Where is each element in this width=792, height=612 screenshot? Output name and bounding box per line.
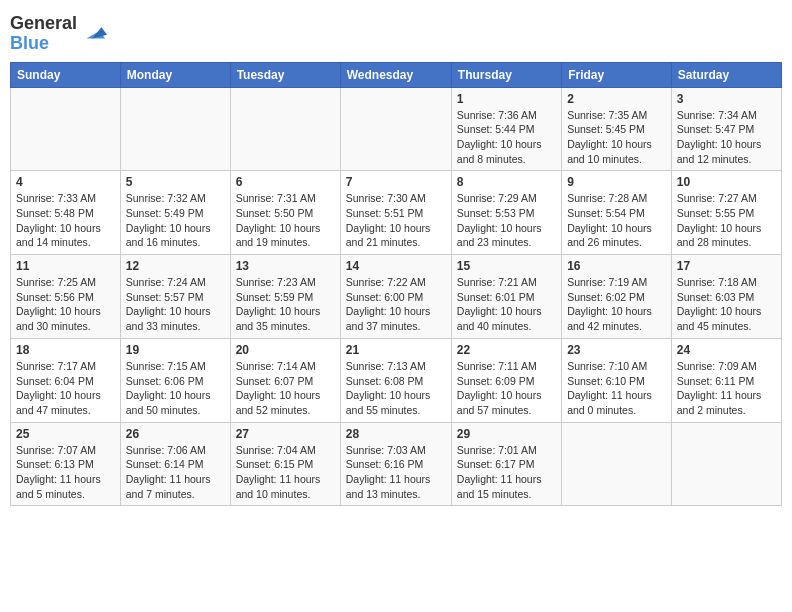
- calendar-cell: 1Sunrise: 7:36 AM Sunset: 5:44 PM Daylig…: [451, 87, 561, 171]
- calendar-cell: 3Sunrise: 7:34 AM Sunset: 5:47 PM Daylig…: [671, 87, 781, 171]
- weekday-header-row: SundayMondayTuesdayWednesdayThursdayFrid…: [11, 62, 782, 87]
- calendar-cell: 18Sunrise: 7:17 AM Sunset: 6:04 PM Dayli…: [11, 338, 121, 422]
- day-detail: Sunrise: 7:15 AM Sunset: 6:06 PM Dayligh…: [126, 359, 225, 418]
- calendar-cell: 5Sunrise: 7:32 AM Sunset: 5:49 PM Daylig…: [120, 171, 230, 255]
- weekday-header-tuesday: Tuesday: [230, 62, 340, 87]
- day-detail: Sunrise: 7:28 AM Sunset: 5:54 PM Dayligh…: [567, 191, 666, 250]
- day-detail: Sunrise: 7:04 AM Sunset: 6:15 PM Dayligh…: [236, 443, 335, 502]
- day-number: 20: [236, 343, 335, 357]
- calendar-cell: 6Sunrise: 7:31 AM Sunset: 5:50 PM Daylig…: [230, 171, 340, 255]
- day-detail: Sunrise: 7:36 AM Sunset: 5:44 PM Dayligh…: [457, 108, 556, 167]
- day-number: 18: [16, 343, 115, 357]
- day-detail: Sunrise: 7:11 AM Sunset: 6:09 PM Dayligh…: [457, 359, 556, 418]
- day-detail: Sunrise: 7:13 AM Sunset: 6:08 PM Dayligh…: [346, 359, 446, 418]
- day-number: 8: [457, 175, 556, 189]
- day-number: 5: [126, 175, 225, 189]
- calendar-table: SundayMondayTuesdayWednesdayThursdayFrid…: [10, 62, 782, 507]
- calendar-week-row: 18Sunrise: 7:17 AM Sunset: 6:04 PM Dayli…: [11, 338, 782, 422]
- day-number: 14: [346, 259, 446, 273]
- calendar-cell: 12Sunrise: 7:24 AM Sunset: 5:57 PM Dayli…: [120, 255, 230, 339]
- day-number: 29: [457, 427, 556, 441]
- calendar-cell: 4Sunrise: 7:33 AM Sunset: 5:48 PM Daylig…: [11, 171, 121, 255]
- day-number: 13: [236, 259, 335, 273]
- logo: GeneralBlue: [10, 14, 107, 54]
- weekday-header-monday: Monday: [120, 62, 230, 87]
- day-detail: Sunrise: 7:22 AM Sunset: 6:00 PM Dayligh…: [346, 275, 446, 334]
- day-number: 23: [567, 343, 666, 357]
- day-detail: Sunrise: 7:30 AM Sunset: 5:51 PM Dayligh…: [346, 191, 446, 250]
- calendar-week-row: 1Sunrise: 7:36 AM Sunset: 5:44 PM Daylig…: [11, 87, 782, 171]
- day-number: 26: [126, 427, 225, 441]
- day-number: 2: [567, 92, 666, 106]
- day-detail: Sunrise: 7:27 AM Sunset: 5:55 PM Dayligh…: [677, 191, 776, 250]
- day-detail: Sunrise: 7:18 AM Sunset: 6:03 PM Dayligh…: [677, 275, 776, 334]
- calendar-cell: 28Sunrise: 7:03 AM Sunset: 6:16 PM Dayli…: [340, 422, 451, 506]
- day-detail: Sunrise: 7:06 AM Sunset: 6:14 PM Dayligh…: [126, 443, 225, 502]
- day-number: 24: [677, 343, 776, 357]
- calendar-week-row: 25Sunrise: 7:07 AM Sunset: 6:13 PM Dayli…: [11, 422, 782, 506]
- logo-text: GeneralBlue: [10, 14, 77, 54]
- day-detail: Sunrise: 7:07 AM Sunset: 6:13 PM Dayligh…: [16, 443, 115, 502]
- calendar-cell: 2Sunrise: 7:35 AM Sunset: 5:45 PM Daylig…: [562, 87, 672, 171]
- day-detail: Sunrise: 7:32 AM Sunset: 5:49 PM Dayligh…: [126, 191, 225, 250]
- weekday-header-wednesday: Wednesday: [340, 62, 451, 87]
- calendar-cell: 11Sunrise: 7:25 AM Sunset: 5:56 PM Dayli…: [11, 255, 121, 339]
- day-number: 27: [236, 427, 335, 441]
- day-detail: Sunrise: 7:23 AM Sunset: 5:59 PM Dayligh…: [236, 275, 335, 334]
- calendar-cell: [340, 87, 451, 171]
- day-number: 4: [16, 175, 115, 189]
- calendar-cell: [671, 422, 781, 506]
- calendar-cell: 16Sunrise: 7:19 AM Sunset: 6:02 PM Dayli…: [562, 255, 672, 339]
- day-detail: Sunrise: 7:03 AM Sunset: 6:16 PM Dayligh…: [346, 443, 446, 502]
- calendar-cell: 25Sunrise: 7:07 AM Sunset: 6:13 PM Dayli…: [11, 422, 121, 506]
- day-detail: Sunrise: 7:31 AM Sunset: 5:50 PM Dayligh…: [236, 191, 335, 250]
- day-number: 10: [677, 175, 776, 189]
- calendar-cell: 9Sunrise: 7:28 AM Sunset: 5:54 PM Daylig…: [562, 171, 672, 255]
- day-number: 3: [677, 92, 776, 106]
- day-detail: Sunrise: 7:29 AM Sunset: 5:53 PM Dayligh…: [457, 191, 556, 250]
- calendar-cell: 21Sunrise: 7:13 AM Sunset: 6:08 PM Dayli…: [340, 338, 451, 422]
- calendar-cell: 19Sunrise: 7:15 AM Sunset: 6:06 PM Dayli…: [120, 338, 230, 422]
- day-detail: Sunrise: 7:17 AM Sunset: 6:04 PM Dayligh…: [16, 359, 115, 418]
- calendar-cell: 24Sunrise: 7:09 AM Sunset: 6:11 PM Dayli…: [671, 338, 781, 422]
- day-detail: Sunrise: 7:14 AM Sunset: 6:07 PM Dayligh…: [236, 359, 335, 418]
- day-number: 12: [126, 259, 225, 273]
- calendar-cell: 17Sunrise: 7:18 AM Sunset: 6:03 PM Dayli…: [671, 255, 781, 339]
- day-detail: Sunrise: 7:35 AM Sunset: 5:45 PM Dayligh…: [567, 108, 666, 167]
- calendar-cell: 22Sunrise: 7:11 AM Sunset: 6:09 PM Dayli…: [451, 338, 561, 422]
- day-detail: Sunrise: 7:21 AM Sunset: 6:01 PM Dayligh…: [457, 275, 556, 334]
- calendar-cell: 29Sunrise: 7:01 AM Sunset: 6:17 PM Dayli…: [451, 422, 561, 506]
- day-number: 7: [346, 175, 446, 189]
- day-number: 17: [677, 259, 776, 273]
- day-detail: Sunrise: 7:01 AM Sunset: 6:17 PM Dayligh…: [457, 443, 556, 502]
- calendar-cell: 23Sunrise: 7:10 AM Sunset: 6:10 PM Dayli…: [562, 338, 672, 422]
- day-detail: Sunrise: 7:19 AM Sunset: 6:02 PM Dayligh…: [567, 275, 666, 334]
- page-header: GeneralBlue: [10, 10, 782, 54]
- day-number: 11: [16, 259, 115, 273]
- day-detail: Sunrise: 7:10 AM Sunset: 6:10 PM Dayligh…: [567, 359, 666, 418]
- calendar-cell: 10Sunrise: 7:27 AM Sunset: 5:55 PM Dayli…: [671, 171, 781, 255]
- day-number: 28: [346, 427, 446, 441]
- weekday-header-friday: Friday: [562, 62, 672, 87]
- calendar-cell: 13Sunrise: 7:23 AM Sunset: 5:59 PM Dayli…: [230, 255, 340, 339]
- day-detail: Sunrise: 7:34 AM Sunset: 5:47 PM Dayligh…: [677, 108, 776, 167]
- calendar-cell: 7Sunrise: 7:30 AM Sunset: 5:51 PM Daylig…: [340, 171, 451, 255]
- weekday-header-sunday: Sunday: [11, 62, 121, 87]
- day-number: 9: [567, 175, 666, 189]
- calendar-cell: [11, 87, 121, 171]
- day-detail: Sunrise: 7:09 AM Sunset: 6:11 PM Dayligh…: [677, 359, 776, 418]
- calendar-cell: 8Sunrise: 7:29 AM Sunset: 5:53 PM Daylig…: [451, 171, 561, 255]
- calendar-cell: 14Sunrise: 7:22 AM Sunset: 6:00 PM Dayli…: [340, 255, 451, 339]
- calendar-cell: [230, 87, 340, 171]
- logo-icon: [79, 18, 107, 46]
- day-number: 1: [457, 92, 556, 106]
- day-number: 19: [126, 343, 225, 357]
- calendar-cell: 15Sunrise: 7:21 AM Sunset: 6:01 PM Dayli…: [451, 255, 561, 339]
- weekday-header-thursday: Thursday: [451, 62, 561, 87]
- calendar-cell: [120, 87, 230, 171]
- calendar-week-row: 11Sunrise: 7:25 AM Sunset: 5:56 PM Dayli…: [11, 255, 782, 339]
- calendar-cell: 20Sunrise: 7:14 AM Sunset: 6:07 PM Dayli…: [230, 338, 340, 422]
- day-number: 6: [236, 175, 335, 189]
- day-number: 15: [457, 259, 556, 273]
- day-detail: Sunrise: 7:24 AM Sunset: 5:57 PM Dayligh…: [126, 275, 225, 334]
